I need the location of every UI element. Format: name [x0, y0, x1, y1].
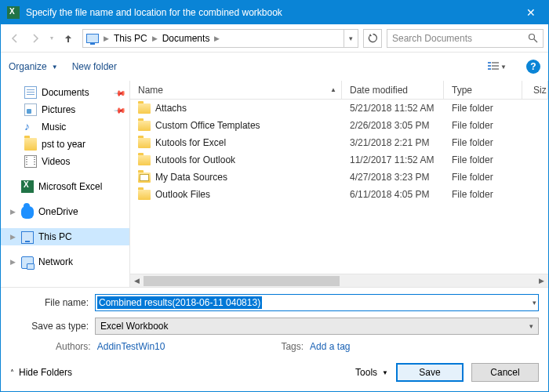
breadcrumb[interactable]: This PC — [111, 33, 151, 44]
chevron-down-icon: ▾ — [529, 322, 533, 330]
saveas-value: Excel Workbook — [100, 321, 168, 332]
filename-input[interactable]: Combined results(2018-06-11 040813) ▾ — [95, 294, 539, 311]
help-button[interactable]: ? — [526, 60, 540, 74]
sidebar-item-pst-to-year[interactable]: pst to year — [1, 136, 129, 153]
forward-button[interactable] — [26, 29, 45, 48]
scroll-thumb[interactable] — [144, 276, 340, 286]
videos-icon — [24, 155, 37, 168]
sidebar-item-videos[interactable]: Videos — [1, 153, 129, 170]
file-date: 3/21/2018 2:21 PM — [342, 137, 444, 148]
sidebar-item-pictures[interactable]: Pictures📌 — [1, 101, 129, 118]
scroll-track[interactable] — [144, 274, 535, 288]
horizontal-scrollbar[interactable]: ◀ ▶ — [130, 274, 548, 287]
music-icon: ♪ — [24, 121, 37, 133]
chevron-down-icon: ▼ — [382, 369, 388, 376]
view-options-button[interactable]: ▼ — [482, 58, 512, 75]
column-size[interactable]: Siz — [522, 81, 548, 99]
chevron-down-icon[interactable]: ▾ — [533, 299, 536, 307]
expand-icon[interactable]: ▶ — [10, 208, 16, 216]
nav-row: ▾ ▶ This PC ▶ Documents ▶ ▾ Search Docum… — [1, 24, 548, 53]
file-name: Outlook Files — [155, 189, 210, 200]
file-date: 11/2/2017 11:52 AM — [342, 154, 444, 165]
scroll-left-icon[interactable]: ◀ — [130, 274, 144, 288]
sidebar-item-excel[interactable]: Microsoft Excel — [1, 178, 129, 195]
form-area: File name: Combined results(2018-06-11 0… — [1, 287, 548, 360]
chevron-down-icon: ▼ — [500, 64, 507, 71]
recent-locations-dropdown-icon[interactable]: ▾ — [46, 29, 57, 48]
scroll-right-icon[interactable]: ▶ — [535, 274, 548, 288]
save-button[interactable]: Save — [396, 363, 464, 382]
pc-icon — [21, 231, 34, 244]
sidebar: Documents📌 Pictures📌 ♪Music pst to year … — [1, 81, 130, 287]
chevron-up-icon: ˄ — [10, 368, 14, 377]
chevron-down-icon: ▼ — [52, 64, 58, 71]
saveas-label: Save as type: — [10, 321, 89, 332]
tools-menu[interactable]: Tools ▼ — [355, 367, 388, 378]
refresh-button[interactable] — [363, 29, 382, 48]
sidebar-item-music[interactable]: ♪Music — [1, 118, 129, 136]
file-type: File folder — [444, 189, 522, 200]
file-type: File folder — [444, 137, 522, 148]
folder-icon — [138, 121, 151, 131]
sidebar-item-network[interactable]: ▶Network — [1, 253, 129, 270]
file-name: Kutools for Excel — [155, 137, 226, 148]
file-name: Attachs — [155, 103, 187, 114]
window-title: Specify the file name and location for t… — [26, 7, 513, 18]
breadcrumb[interactable]: Documents — [159, 33, 213, 44]
file-type: File folder — [444, 120, 522, 131]
search-icon — [528, 33, 538, 43]
column-headers: Name▲ Date modified Type Siz — [130, 81, 548, 100]
file-date: 6/11/2018 4:05 PM — [342, 189, 444, 200]
excel-app-icon — [7, 6, 20, 19]
button-row: ˄ Hide Folders Tools ▼ Save Cancel — [1, 360, 548, 391]
sidebar-item-onedrive[interactable]: ▶OneDrive — [1, 203, 129, 220]
table-row[interactable]: Custom Office Templates2/26/2018 3:05 PM… — [130, 117, 548, 134]
svg-line-1 — [534, 39, 537, 42]
search-input[interactable]: Search Documents — [387, 29, 544, 48]
folder-icon — [138, 138, 151, 148]
address-dropdown-icon[interactable]: ▾ — [344, 30, 358, 47]
organize-menu[interactable]: Organize ▼ — [9, 61, 58, 72]
expand-icon[interactable]: ▶ — [10, 233, 16, 241]
file-date: 4/27/2018 3:23 PM — [342, 172, 444, 183]
table-row[interactable]: Attachs5/21/2018 11:52 AMFile folder — [130, 100, 548, 117]
column-type[interactable]: Type — [444, 81, 522, 99]
table-row[interactable]: Kutools for Excel3/21/2018 2:21 PMFile f… — [130, 134, 548, 151]
hide-folders-button[interactable]: ˄ Hide Folders — [10, 367, 72, 378]
cancel-button[interactable]: Cancel — [471, 363, 539, 382]
search-placeholder: Search Documents — [392, 33, 472, 44]
excel-icon — [21, 180, 34, 193]
folder-icon — [138, 103, 151, 114]
chevron-right-icon[interactable]: ▶ — [213, 34, 221, 42]
saveas-combo[interactable]: Excel Workbook ▾ — [95, 318, 539, 335]
chevron-right-icon[interactable]: ▶ — [151, 34, 159, 42]
folder-icon — [138, 172, 151, 183]
expand-icon[interactable]: ▶ — [10, 258, 16, 266]
back-button[interactable] — [5, 29, 24, 48]
table-row[interactable]: Outlook Files6/11/2018 4:05 PMFile folde… — [130, 186, 548, 203]
tags-label: Tags: — [281, 341, 304, 352]
table-row[interactable]: My Data Sources4/27/2018 3:23 PMFile fol… — [130, 169, 548, 186]
table-row[interactable]: Kutools for Outlook11/2/2017 11:52 AMFil… — [130, 151, 548, 169]
file-date: 2/26/2018 3:05 PM — [342, 120, 444, 131]
column-name[interactable]: Name▲ — [130, 81, 342, 99]
sidebar-item-documents[interactable]: Documents📌 — [1, 84, 129, 101]
tags-value[interactable]: Add a tag — [310, 341, 350, 352]
svg-point-0 — [529, 34, 535, 40]
sidebar-item-this-pc[interactable]: ▶This PC — [1, 228, 129, 245]
column-date[interactable]: Date modified — [342, 81, 444, 99]
svg-rect-3 — [492, 62, 499, 64]
sort-asc-icon: ▲ — [330, 86, 336, 93]
document-icon — [24, 86, 37, 99]
authors-label: Authors: — [56, 341, 91, 352]
pin-icon: 📌 — [114, 86, 126, 99]
close-button[interactable]: ✕ — [513, 1, 548, 24]
svg-rect-5 — [492, 65, 499, 67]
new-folder-button[interactable]: New folder — [72, 61, 117, 72]
up-button[interactable] — [59, 29, 78, 48]
network-icon — [21, 256, 34, 269]
address-bar[interactable]: ▶ This PC ▶ Documents ▶ ▾ — [82, 29, 358, 48]
authors-value[interactable]: AddinTestWin10 — [97, 341, 165, 352]
chevron-right-icon[interactable]: ▶ — [102, 34, 111, 42]
filename-label: File name: — [10, 297, 89, 308]
